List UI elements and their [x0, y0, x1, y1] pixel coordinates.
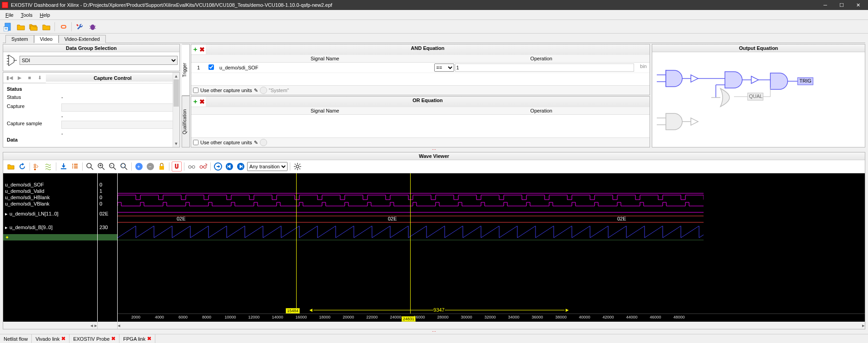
signal-name[interactable]: ▸u_demo/sdi_B[9..0]: [3, 220, 97, 234]
wave-step-back-icon[interactable]: [224, 162, 234, 172]
tab-video[interactable]: Video: [34, 35, 59, 43]
svg-text:TRIG: TRIG: [799, 78, 811, 83]
signal-value: 1: [98, 188, 117, 194]
wave-zoom-icon[interactable]: [85, 162, 95, 172]
wave-remove-circle-icon[interactable]: −: [145, 162, 155, 172]
signal-name[interactable]: u_demo/sdi_VBlank: [3, 201, 97, 207]
capture-play-icon[interactable]: ▶: [15, 74, 24, 82]
capture-scrollbar[interactable]: ▴ ▾: [173, 73, 179, 147]
wave-glasses2-icon[interactable]: v: [198, 162, 208, 172]
cursor-delta: 9347: [433, 307, 444, 313]
wave-magnet-icon[interactable]: [172, 162, 182, 172]
or-use-other-checkbox[interactable]: [193, 140, 198, 145]
data-group-select[interactable]: SDI: [20, 56, 178, 65]
signal-name[interactable]: u_demo/sdi_SOF: [3, 181, 97, 188]
cursor-row-marker: ✦: [3, 234, 97, 240]
output-equation-header: Output Equation: [652, 44, 865, 52]
capture-status-heading: Status: [7, 85, 176, 93]
wave-toolbar: + - + − v Any transition: [3, 160, 865, 173]
or-delete-icon[interactable]: ✖: [199, 98, 205, 105]
new-doc-icon[interactable]: +: [3, 21, 14, 32]
capture-download-icon[interactable]: ⬇: [35, 74, 44, 82]
tab-video-extended[interactable]: Video-Extended: [59, 35, 106, 43]
and-row-op-select[interactable]: ==: [434, 64, 454, 72]
wave-signals1-icon[interactable]: [32, 162, 42, 172]
wave-cursor-2[interactable]: [410, 173, 411, 314]
svg-text:+: +: [99, 162, 102, 168]
wave-signals2-icon[interactable]: [44, 162, 54, 172]
and-slash-icon[interactable]: [260, 87, 267, 94]
svg-line-62: [299, 164, 300, 165]
or-slash-icon[interactable]: [260, 139, 267, 146]
wave-step-fwd-icon[interactable]: [236, 162, 246, 172]
wave-list-icon[interactable]: [70, 162, 80, 172]
wave-add-circle-icon[interactable]: +: [134, 162, 144, 172]
or-add-icon[interactable]: ＋: [192, 98, 198, 106]
wave-zoom-in-icon[interactable]: +: [96, 162, 106, 172]
menu-tools[interactable]: Tools: [17, 11, 36, 19]
open-folders-icon[interactable]: [28, 21, 39, 32]
and-edit-icon[interactable]: ✎: [254, 88, 258, 93]
wave-lock-icon[interactable]: [157, 162, 167, 172]
capture-stop-icon[interactable]: ■: [25, 74, 34, 82]
and-row-value-input[interactable]: [455, 64, 635, 72]
and-col-op: Operation: [433, 55, 650, 62]
minimize-button[interactable]: ─: [817, 0, 833, 10]
menu-file[interactable]: File: [2, 11, 17, 19]
close-button[interactable]: ✕: [850, 0, 866, 10]
bug-icon[interactable]: [87, 21, 98, 32]
x-icon: ✖: [147, 336, 151, 342]
status-fpga: FPGA link ✖: [119, 334, 155, 343]
open-folder-icon[interactable]: [15, 21, 26, 32]
wave-next-arrow-icon[interactable]: [213, 162, 223, 172]
and-row-index: 1: [192, 65, 205, 70]
or-col-signal: Signal Name: [217, 107, 433, 114]
capture-control-header: Capture Control: [46, 74, 179, 82]
and-col-signal: Signal Name: [217, 55, 433, 62]
horizontal-splitter[interactable]: ⋯: [3, 148, 865, 151]
wave-download-icon[interactable]: [59, 162, 69, 172]
capture-prev-icon[interactable]: ▮◀: [5, 74, 14, 82]
and-use-other-checkbox[interactable]: [193, 88, 198, 93]
or-edit-icon[interactable]: ✎: [254, 140, 258, 146]
window-title: EXOSTIV Dashboard for Xilinx - D:/Projec…: [11, 2, 817, 8]
vtab-trigger[interactable]: Trigger: [182, 44, 190, 96]
status-netlist: Netlist flow: [0, 334, 32, 343]
svg-text:+: +: [5, 26, 7, 31]
svg-line-59: [295, 164, 296, 165]
wave-transition-select[interactable]: Any transition: [247, 162, 288, 171]
signal-name[interactable]: u_demo/sdi_Valid: [3, 188, 97, 194]
wave-glasses1-icon[interactable]: [187, 162, 197, 172]
signal-name[interactable]: u_demo/sdi_HBlank: [3, 194, 97, 201]
maximize-button[interactable]: ☐: [833, 0, 850, 10]
signal-name[interactable]: ▸u_demo/sdi_LN[11..0]: [3, 207, 97, 220]
svg-rect-66: [118, 240, 704, 240]
wave-hscrollbar[interactable]: ◂ ▸ ◂▸: [3, 322, 865, 329]
vtab-qualification[interactable]: Qualification: [182, 96, 190, 147]
status-value: -: [61, 94, 63, 100]
wave-open-icon[interactable]: [6, 162, 16, 172]
main-toolbar: +: [0, 20, 868, 34]
wave-ruler-bottom: 2000400060008000100001200014000160001800…: [118, 314, 865, 322]
svg-text:02E: 02E: [388, 216, 397, 221]
and-delete-icon[interactable]: ✖: [199, 46, 205, 53]
titlebar: EXOSTIV Dashboard for Xilinx - D:/Projec…: [0, 0, 868, 10]
and-row-enable-checkbox[interactable]: [208, 64, 214, 70]
wave-refresh-icon[interactable]: [17, 162, 27, 172]
wave-zoom-fit-icon[interactable]: [119, 162, 129, 172]
sample-value-text: -: [7, 131, 176, 136]
wave-cursor-1[interactable]: [296, 173, 297, 314]
menu-help[interactable]: Help: [36, 11, 54, 19]
wave-plot[interactable]: -10000-8000-6000-4000-200002000400060008…: [118, 173, 865, 322]
wrench-icon[interactable]: [74, 21, 85, 32]
link-icon[interactable]: [58, 21, 69, 32]
tab-system[interactable]: System: [5, 35, 34, 43]
bottom-splitter[interactable]: ⋯: [3, 330, 865, 333]
svg-rect-43: [159, 166, 164, 170]
wave-settings-icon[interactable]: [293, 162, 303, 172]
wave-zoom-out-icon[interactable]: -: [108, 162, 118, 172]
and-add-icon[interactable]: ＋: [192, 45, 198, 54]
svg-line-30: [91, 167, 93, 170]
and-other-value: "System": [269, 88, 289, 93]
save-icon[interactable]: [41, 21, 52, 32]
